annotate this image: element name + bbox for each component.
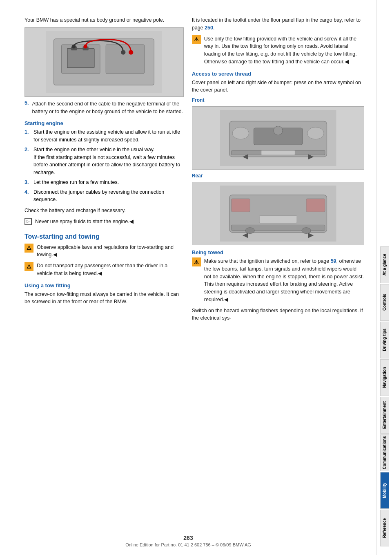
being-towed-warning-text: Make sure that the ignition is switched … (204, 257, 364, 304)
sidebar-tab-navigation-label: Navigation (382, 367, 387, 388)
sidebar-tab-mobility-label: Mobility (382, 483, 387, 498)
svg-point-10 (129, 50, 133, 54)
right-column: It is located in the toolkit under the f… (192, 16, 364, 543)
sidebar-tab-entertainment[interactable]: Entertainment (380, 397, 389, 434)
being-towed-text: Switch on the hazard warning flashers de… (192, 307, 364, 322)
sidebar-tab-entertainment-label: Entertainment (382, 401, 387, 429)
svg-point-28 (302, 227, 311, 233)
starting-engine-heading: Starting engine (24, 120, 184, 126)
step2-text: Start the engine on the other vehicle in… (33, 146, 184, 177)
being-towed-page: 59 (331, 258, 336, 264)
warning-tow-icon: ⚠ (192, 35, 201, 44)
being-towed-part2: , otherwise the low beams, tail lamps, t… (204, 258, 364, 302)
step4: 4. Disconnect the jumper cables by rever… (24, 188, 184, 204)
sidebar-tab-communications[interactable]: Communications (380, 434, 389, 471)
step1-num: 1. (24, 128, 30, 144)
sidebar-tab-mobility[interactable]: Mobility (380, 472, 389, 509)
svg-rect-23 (231, 225, 325, 231)
tow-fitting-heading: Using a tow fitting (24, 282, 184, 289)
toolkit-text: It is located in the toolkit under the f… (192, 16, 364, 32)
access-text: Cover panel on left and right side of bu… (192, 79, 364, 94)
front-label: Front (192, 97, 364, 103)
intro-text: Your BMW has a special nut as body groun… (24, 16, 184, 24)
svg-rect-26 (259, 215, 297, 223)
sidebar-tab-controls-label: Controls (382, 294, 387, 311)
page-wrapper: Your BMW has a special nut as body groun… (0, 0, 392, 555)
step1-text: Start the engine on the assisting vehicl… (33, 128, 184, 144)
front-car-image: HA82255N1 (192, 106, 364, 170)
svg-point-14 (274, 126, 283, 135)
step1: 1. Start the engine on the assisting veh… (24, 128, 184, 144)
being-towed-warning-icon: ⚠ (192, 257, 201, 266)
main-content: Your BMW has a special nut as body groun… (0, 0, 376, 555)
page-edition: Online Edition for Part no. 01 41 2 602 … (125, 542, 251, 547)
sidebar-tab-controls[interactable]: Controls (380, 284, 389, 321)
two-column-layout: Your BMW has a special nut as body groun… (24, 16, 364, 543)
check-battery-text: Check the battery and recharge if necess… (24, 207, 184, 215)
step5-num: 5. (24, 100, 29, 116)
warning-box-2: ⚠ Do not transport any passengers other … (24, 262, 184, 278)
note-icon: ▷ (24, 218, 32, 225)
warning-tow-box: ⚠ Use only the tow fitting provided with… (192, 35, 364, 66)
sidebar-tab-communications-label: Communications (382, 436, 387, 469)
sidebar-tab-reference-label: Reference (382, 518, 387, 538)
note-box: ▷ Never use spray fluids to start the en… (24, 218, 184, 226)
jumper-cable-image: HA92033 (24, 27, 184, 97)
warning-box-1: ⚠ Observe applicable laws and regulation… (24, 244, 184, 259)
warning-icon-2: ⚠ (24, 262, 33, 271)
svg-point-7 (72, 45, 76, 48)
warning1-text: Observe applicable laws and regulations … (37, 244, 184, 259)
access-heading: Access to screw thread (192, 71, 364, 77)
rear-car-image: HA82256N1 (192, 182, 364, 245)
step3: 3. Let the engines run for a few minutes… (24, 179, 184, 186)
being-towed-heading: Being towed (192, 249, 364, 255)
being-towed-part1: Make sure that the ignition is switched … (204, 258, 329, 264)
step5-container: 5. Attach the second end of the cable to… (24, 100, 184, 116)
svg-point-9 (121, 50, 125, 54)
tow-fitting-text: The screw-on tow-fitting must always be … (24, 291, 184, 306)
svg-point-27 (245, 227, 254, 233)
warning-tow-text: Use only the tow fitting provided with t… (204, 35, 364, 66)
toolkit-page-link: 250 (205, 25, 213, 31)
toolkit-text-part1: It is located in the toolkit under the f… (192, 17, 361, 31)
step2: 2. Start the engine on the other vehicle… (24, 146, 184, 177)
svg-rect-25 (306, 199, 325, 212)
page-footer: 263 Online Edition for Part no. 01 41 2 … (125, 535, 251, 548)
step4-text: Disconnect the jumper cables by reversin… (33, 188, 184, 204)
toolkit-period: . (213, 25, 214, 31)
svg-point-8 (84, 45, 87, 48)
step3-num: 3. (24, 179, 30, 186)
sidebar-tab-driving-tips-label: Driving tips (382, 329, 387, 351)
step5-text: Attach the second end of the cable to th… (32, 100, 183, 116)
left-column: Your BMW has a special nut as body groun… (24, 16, 184, 543)
starting-steps-list: 1. Start the engine on the assisting veh… (24, 128, 184, 204)
rear-label: Rear (192, 173, 364, 179)
step4-num: 4. (24, 188, 30, 204)
svg-rect-3 (106, 45, 145, 74)
svg-rect-24 (231, 199, 250, 212)
warning2-text: Do not transport any passengers other th… (37, 262, 184, 278)
sidebar-tab-navigation[interactable]: Navigation (380, 359, 389, 396)
svg-point-15 (232, 127, 249, 139)
page-number: 263 (125, 535, 251, 541)
being-towed-warning-box: ⚠ Make sure that the ignition is switche… (192, 257, 364, 304)
svg-rect-20 (261, 150, 295, 155)
sidebar: At a glance Controls Driving tips Naviga… (376, 0, 392, 555)
note-text: Never use spray fluids to start the engi… (35, 218, 134, 226)
sidebar-tab-reference[interactable]: Reference (380, 510, 389, 546)
tow-heading: Tow-starting and towing (24, 233, 184, 240)
svg-rect-4 (67, 49, 94, 68)
sidebar-tab-at-a-glance[interactable]: At a glance (380, 246, 389, 283)
svg-point-16 (307, 127, 323, 139)
sidebar-tab-at-a-glance-label: At a glance (382, 254, 387, 275)
warning-icon-1: ⚠ (24, 244, 33, 253)
step2-num: 2. (24, 146, 30, 177)
sidebar-tab-driving-tips[interactable]: Driving tips (380, 322, 389, 358)
step3-text: Let the engines run for a few minutes. (33, 179, 184, 186)
